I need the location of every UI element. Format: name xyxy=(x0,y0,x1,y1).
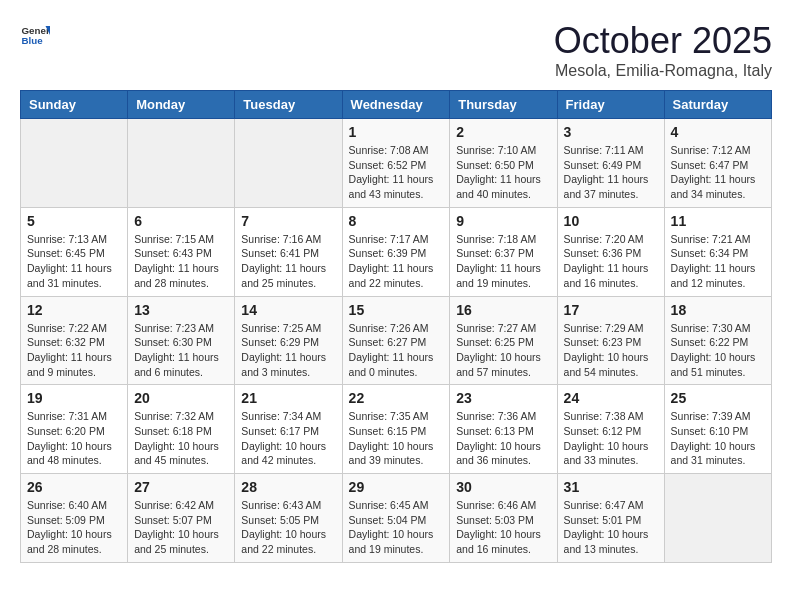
day-info: Sunrise: 7:27 AM Sunset: 6:25 PM Dayligh… xyxy=(456,321,550,380)
day-number: 4 xyxy=(671,124,765,140)
day-info: Sunrise: 7:25 AM Sunset: 6:29 PM Dayligh… xyxy=(241,321,335,380)
day-info: Sunrise: 7:34 AM Sunset: 6:17 PM Dayligh… xyxy=(241,409,335,468)
day-info: Sunrise: 7:13 AM Sunset: 6:45 PM Dayligh… xyxy=(27,232,121,291)
day-number: 21 xyxy=(241,390,335,406)
calendar-cell: 7Sunrise: 7:16 AM Sunset: 6:41 PM Daylig… xyxy=(235,207,342,296)
day-info: Sunrise: 6:46 AM Sunset: 5:03 PM Dayligh… xyxy=(456,498,550,557)
day-number: 30 xyxy=(456,479,550,495)
day-number: 6 xyxy=(134,213,228,229)
day-number: 22 xyxy=(349,390,444,406)
day-info: Sunrise: 7:18 AM Sunset: 6:37 PM Dayligh… xyxy=(456,232,550,291)
day-number: 19 xyxy=(27,390,121,406)
day-number: 18 xyxy=(671,302,765,318)
day-number: 1 xyxy=(349,124,444,140)
day-number: 3 xyxy=(564,124,658,140)
calendar-week-row: 26Sunrise: 6:40 AM Sunset: 5:09 PM Dayli… xyxy=(21,474,772,563)
day-info: Sunrise: 7:17 AM Sunset: 6:39 PM Dayligh… xyxy=(349,232,444,291)
calendar-cell: 19Sunrise: 7:31 AM Sunset: 6:20 PM Dayli… xyxy=(21,385,128,474)
day-info: Sunrise: 7:16 AM Sunset: 6:41 PM Dayligh… xyxy=(241,232,335,291)
calendar-cell: 18Sunrise: 7:30 AM Sunset: 6:22 PM Dayli… xyxy=(664,296,771,385)
weekday-header: Friday xyxy=(557,91,664,119)
day-info: Sunrise: 6:42 AM Sunset: 5:07 PM Dayligh… xyxy=(134,498,228,557)
day-info: Sunrise: 7:08 AM Sunset: 6:52 PM Dayligh… xyxy=(349,143,444,202)
day-info: Sunrise: 7:20 AM Sunset: 6:36 PM Dayligh… xyxy=(564,232,658,291)
weekday-header: Wednesday xyxy=(342,91,450,119)
calendar-cell: 10Sunrise: 7:20 AM Sunset: 6:36 PM Dayli… xyxy=(557,207,664,296)
weekday-header: Thursday xyxy=(450,91,557,119)
calendar-cell: 2Sunrise: 7:10 AM Sunset: 6:50 PM Daylig… xyxy=(450,119,557,208)
calendar-week-row: 19Sunrise: 7:31 AM Sunset: 6:20 PM Dayli… xyxy=(21,385,772,474)
day-number: 31 xyxy=(564,479,658,495)
calendar-cell: 22Sunrise: 7:35 AM Sunset: 6:15 PM Dayli… xyxy=(342,385,450,474)
calendar-cell: 24Sunrise: 7:38 AM Sunset: 6:12 PM Dayli… xyxy=(557,385,664,474)
weekday-header: Monday xyxy=(128,91,235,119)
day-info: Sunrise: 7:26 AM Sunset: 6:27 PM Dayligh… xyxy=(349,321,444,380)
day-number: 13 xyxy=(134,302,228,318)
day-info: Sunrise: 7:23 AM Sunset: 6:30 PM Dayligh… xyxy=(134,321,228,380)
day-number: 11 xyxy=(671,213,765,229)
day-number: 14 xyxy=(241,302,335,318)
day-number: 5 xyxy=(27,213,121,229)
day-info: Sunrise: 7:32 AM Sunset: 6:18 PM Dayligh… xyxy=(134,409,228,468)
day-info: Sunrise: 6:40 AM Sunset: 5:09 PM Dayligh… xyxy=(27,498,121,557)
calendar-cell: 5Sunrise: 7:13 AM Sunset: 6:45 PM Daylig… xyxy=(21,207,128,296)
day-number: 29 xyxy=(349,479,444,495)
day-number: 23 xyxy=(456,390,550,406)
calendar-week-row: 1Sunrise: 7:08 AM Sunset: 6:52 PM Daylig… xyxy=(21,119,772,208)
svg-text:Blue: Blue xyxy=(22,35,44,46)
day-number: 7 xyxy=(241,213,335,229)
day-number: 15 xyxy=(349,302,444,318)
calendar-cell: 26Sunrise: 6:40 AM Sunset: 5:09 PM Dayli… xyxy=(21,474,128,563)
calendar-cell: 8Sunrise: 7:17 AM Sunset: 6:39 PM Daylig… xyxy=(342,207,450,296)
calendar-cell: 12Sunrise: 7:22 AM Sunset: 6:32 PM Dayli… xyxy=(21,296,128,385)
day-info: Sunrise: 7:10 AM Sunset: 6:50 PM Dayligh… xyxy=(456,143,550,202)
calendar-cell: 20Sunrise: 7:32 AM Sunset: 6:18 PM Dayli… xyxy=(128,385,235,474)
day-info: Sunrise: 7:36 AM Sunset: 6:13 PM Dayligh… xyxy=(456,409,550,468)
day-number: 12 xyxy=(27,302,121,318)
calendar-cell: 29Sunrise: 6:45 AM Sunset: 5:04 PM Dayli… xyxy=(342,474,450,563)
day-info: Sunrise: 6:43 AM Sunset: 5:05 PM Dayligh… xyxy=(241,498,335,557)
calendar-cell: 23Sunrise: 7:36 AM Sunset: 6:13 PM Dayli… xyxy=(450,385,557,474)
day-info: Sunrise: 7:35 AM Sunset: 6:15 PM Dayligh… xyxy=(349,409,444,468)
day-info: Sunrise: 6:45 AM Sunset: 5:04 PM Dayligh… xyxy=(349,498,444,557)
day-number: 8 xyxy=(349,213,444,229)
day-info: Sunrise: 7:15 AM Sunset: 6:43 PM Dayligh… xyxy=(134,232,228,291)
calendar-cell xyxy=(128,119,235,208)
weekday-header: Tuesday xyxy=(235,91,342,119)
day-number: 28 xyxy=(241,479,335,495)
day-info: Sunrise: 7:39 AM Sunset: 6:10 PM Dayligh… xyxy=(671,409,765,468)
day-info: Sunrise: 7:29 AM Sunset: 6:23 PM Dayligh… xyxy=(564,321,658,380)
day-number: 17 xyxy=(564,302,658,318)
logo: General Blue xyxy=(20,20,50,50)
calendar-cell: 31Sunrise: 6:47 AM Sunset: 5:01 PM Dayli… xyxy=(557,474,664,563)
day-number: 9 xyxy=(456,213,550,229)
weekday-header: Saturday xyxy=(664,91,771,119)
day-info: Sunrise: 6:47 AM Sunset: 5:01 PM Dayligh… xyxy=(564,498,658,557)
calendar-cell: 9Sunrise: 7:18 AM Sunset: 6:37 PM Daylig… xyxy=(450,207,557,296)
calendar-week-row: 5Sunrise: 7:13 AM Sunset: 6:45 PM Daylig… xyxy=(21,207,772,296)
calendar-cell: 15Sunrise: 7:26 AM Sunset: 6:27 PM Dayli… xyxy=(342,296,450,385)
day-info: Sunrise: 7:38 AM Sunset: 6:12 PM Dayligh… xyxy=(564,409,658,468)
month-title: October 2025 xyxy=(554,20,772,62)
weekday-header: Sunday xyxy=(21,91,128,119)
calendar-cell: 11Sunrise: 7:21 AM Sunset: 6:34 PM Dayli… xyxy=(664,207,771,296)
day-number: 10 xyxy=(564,213,658,229)
calendar-cell: 30Sunrise: 6:46 AM Sunset: 5:03 PM Dayli… xyxy=(450,474,557,563)
location-subtitle: Mesola, Emilia-Romagna, Italy xyxy=(554,62,772,80)
day-number: 26 xyxy=(27,479,121,495)
calendar-cell xyxy=(21,119,128,208)
calendar-cell: 28Sunrise: 6:43 AM Sunset: 5:05 PM Dayli… xyxy=(235,474,342,563)
calendar-cell: 14Sunrise: 7:25 AM Sunset: 6:29 PM Dayli… xyxy=(235,296,342,385)
calendar-cell: 17Sunrise: 7:29 AM Sunset: 6:23 PM Dayli… xyxy=(557,296,664,385)
calendar-cell: 27Sunrise: 6:42 AM Sunset: 5:07 PM Dayli… xyxy=(128,474,235,563)
day-number: 20 xyxy=(134,390,228,406)
day-number: 2 xyxy=(456,124,550,140)
calendar-week-row: 12Sunrise: 7:22 AM Sunset: 6:32 PM Dayli… xyxy=(21,296,772,385)
page-header: General Blue October 2025 Mesola, Emilia… xyxy=(20,20,772,80)
weekday-header-row: SundayMondayTuesdayWednesdayThursdayFrid… xyxy=(21,91,772,119)
day-info: Sunrise: 7:22 AM Sunset: 6:32 PM Dayligh… xyxy=(27,321,121,380)
calendar-cell: 6Sunrise: 7:15 AM Sunset: 6:43 PM Daylig… xyxy=(128,207,235,296)
day-info: Sunrise: 7:12 AM Sunset: 6:47 PM Dayligh… xyxy=(671,143,765,202)
day-info: Sunrise: 7:11 AM Sunset: 6:49 PM Dayligh… xyxy=(564,143,658,202)
calendar-cell xyxy=(664,474,771,563)
